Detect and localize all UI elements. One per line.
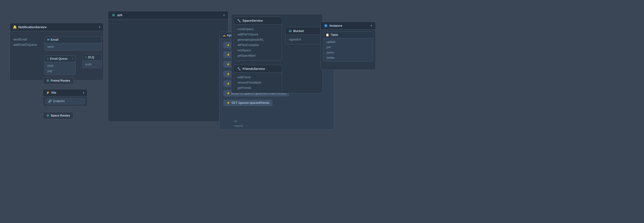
email-queue-icon: ≡ bbox=[47, 57, 49, 60]
dlq-push-row: push bbox=[82, 62, 102, 67]
instance-header[interactable]: 🔷 Instance ▾ bbox=[320, 22, 376, 30]
bucket-body: signedUrl bbox=[286, 35, 324, 44]
create-space-row: createSpace bbox=[234, 26, 282, 32]
eq-push-row: push bbox=[44, 63, 76, 68]
lock-space-row: lockSpace bbox=[234, 48, 282, 53]
generate-url-row: generateUploadURL bbox=[234, 37, 282, 42]
table-subnode: 📋 Table update put query delete bbox=[323, 32, 373, 62]
freind-routes-node[interactable]: ⚙ Freind Routes bbox=[43, 77, 74, 84]
vite-chevron: ▾ bbox=[83, 91, 84, 94]
api-inner-icon: ☁ bbox=[222, 34, 226, 37]
space-service-icon: 🔧 bbox=[237, 19, 241, 22]
remove-friend-row: removeFriendById bbox=[234, 80, 282, 85]
email-queue-header[interactable]: ≡ Email Queue › bbox=[44, 56, 76, 62]
bolt-icon-6: ⚡ bbox=[227, 92, 230, 95]
friends-service-title: FriendsService bbox=[242, 67, 265, 70]
api-wrapper-header[interactable]: ⚙ API ▾ bbox=[108, 11, 228, 19]
method-get-friends[interactable]: ⚡ GET /spaces/:spaceId/friends bbox=[224, 100, 330, 106]
bucket-title: Bucket bbox=[293, 29, 304, 33]
notification-service-icon: 🔔 bbox=[13, 25, 16, 29]
notification-service-chevron: ▾ bbox=[99, 26, 100, 29]
endpoint-label: Endpoint bbox=[53, 100, 64, 103]
bucket-node: 🗂 Bucket › signedUrl bbox=[286, 27, 324, 44]
bolt-icon-7: ⚡ bbox=[227, 102, 230, 104]
email-subnode: ✉ Email send bbox=[44, 36, 102, 50]
email-queue-title: Email Queue bbox=[50, 57, 68, 60]
dlq-body: push bbox=[82, 61, 102, 68]
query-row: query bbox=[323, 50, 373, 55]
table-subnode-header[interactable]: 📋 Table bbox=[323, 32, 373, 38]
bolt-icon-2: ⚡ bbox=[227, 53, 230, 56]
space-service-body: createSpace addFileToSpace generateUploa… bbox=[234, 24, 282, 60]
table-methods: update put query delete bbox=[323, 38, 373, 62]
all-files-row: allFilesComplete bbox=[234, 42, 282, 48]
add-email-field: addEmailToQueue bbox=[13, 43, 37, 46]
bolt-icon-1: ⚡ bbox=[227, 44, 230, 47]
email-queue-expand: › bbox=[72, 58, 73, 60]
email-queue-body: push pop bbox=[44, 62, 76, 75]
freind-routes-icon: ⚙ bbox=[46, 79, 49, 82]
notification-service-header[interactable]: 🔔 NotificationService ▾ bbox=[10, 23, 103, 31]
dlq-header[interactable]: ≡ DLQ bbox=[82, 54, 102, 61]
space-routes-title: Space Routes bbox=[51, 114, 70, 117]
vite-icon: ⚡ bbox=[46, 91, 50, 94]
bucket-icon: 🗂 bbox=[288, 29, 292, 33]
bolt-icon-4: ⚡ bbox=[227, 72, 230, 76]
get-space-row: getSpaceById bbox=[234, 53, 282, 58]
notification-service-body: sendEmail addEmailToQueue ✉ Email bbox=[10, 31, 103, 80]
vite-node: ⚡ Vite ▾ 🔗 Endpoint bbox=[43, 89, 88, 106]
email-icon: ✉ bbox=[47, 38, 49, 42]
space-service-node: 🔧 SpaceService createSpace addFileToSpac… bbox=[234, 16, 282, 60]
space-service-header[interactable]: 🔧 SpaceService bbox=[234, 17, 282, 24]
signed-url-row: signedUrl bbox=[286, 37, 324, 42]
add-friend-row: addFriend bbox=[234, 75, 282, 80]
email-queue-subnode: ≡ Email Queue › push pop bbox=[44, 56, 76, 75]
email-title: Email bbox=[51, 38, 58, 42]
dlq-subnode: ≡ DLQ push bbox=[82, 54, 102, 68]
friends-service-icon: 🔧 bbox=[237, 67, 241, 70]
api-wrapper-node: ⚙ API ▾ ☁ Api ▾ ⚡ POST /spaces bbox=[108, 11, 228, 122]
instance-title: Instance bbox=[330, 24, 342, 28]
delete-row: delete bbox=[323, 55, 373, 60]
send-email-field: sendEmail bbox=[13, 38, 37, 41]
bucket-header[interactable]: 🗂 Bucket › bbox=[286, 27, 324, 35]
instance-chevron: ▾ bbox=[371, 24, 372, 27]
add-file-row: addFileToSpace bbox=[234, 32, 282, 37]
freind-routes-title: Freind Routes bbox=[51, 79, 70, 82]
endpoint-icon: 🔗 bbox=[48, 100, 52, 103]
vite-header[interactable]: ⚡ Vite ▾ bbox=[43, 89, 87, 96]
api-inner-title: Api bbox=[227, 34, 232, 37]
friends-service-header[interactable]: 🔧 FriendsService bbox=[234, 65, 282, 73]
api-wrapper-icon: ⚙ bbox=[112, 13, 115, 17]
friends-service-body: addFriend removeFriendById getFriends bbox=[234, 73, 282, 92]
bolt-icon-5: ⚡ bbox=[227, 82, 230, 85]
space-routes-node[interactable]: ⚙ Space Routes bbox=[43, 112, 74, 119]
bolt-icon-3: ⚡ bbox=[227, 63, 230, 66]
put-row: put bbox=[323, 44, 373, 50]
request-label: request bbox=[234, 124, 243, 127]
endpoint-button[interactable]: 🔗 Endpoint bbox=[46, 98, 85, 104]
notification-service-node: 🔔 NotificationService ▾ sendEmail addEma… bbox=[10, 23, 104, 80]
api-wrapper-chevron: ▾ bbox=[223, 14, 225, 17]
method-get-friends-label: GET /spaces/:spaceId/friends bbox=[232, 101, 269, 104]
table-title: Table bbox=[331, 33, 338, 36]
services-wrapper: 🔧 SpaceService createSpace addFileToSpac… bbox=[231, 14, 323, 94]
friends-service-node: 🔧 FriendsService addFriend removeFriendB… bbox=[234, 65, 282, 93]
api-wrapper-title: API bbox=[117, 14, 122, 17]
email-send-row: send bbox=[44, 44, 102, 49]
space-routes-icon: ⚙ bbox=[46, 114, 49, 117]
update-row: update bbox=[323, 39, 373, 44]
eq-pop-row: pop bbox=[44, 68, 76, 74]
notification-service-title: NotificationService bbox=[18, 25, 47, 29]
email-subnode-body: send bbox=[44, 43, 102, 50]
url-label: url bbox=[234, 120, 237, 122]
dlq-title: DLQ bbox=[88, 56, 94, 59]
email-subnode-header[interactable]: ✉ Email bbox=[44, 36, 102, 43]
vite-title: Vite bbox=[51, 91, 56, 94]
instance-icon: 🔷 bbox=[324, 24, 328, 28]
instance-wrapper: 🔷 Instance ▾ 📋 Table update put query de… bbox=[320, 22, 376, 70]
space-service-title: SpaceService bbox=[242, 19, 263, 22]
table-icon: 📋 bbox=[326, 33, 329, 36]
dlq-icon: ≡ bbox=[85, 56, 87, 59]
canvas: 🔔 NotificationService ▾ sendEmail addEma… bbox=[0, 0, 644, 223]
